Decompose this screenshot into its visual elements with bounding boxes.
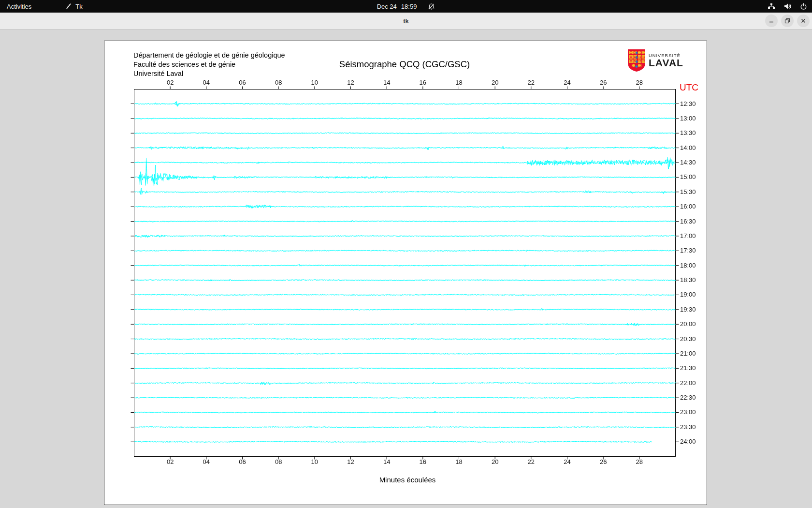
x-tick-label: 18 xyxy=(452,79,466,86)
x-tick-label: 28 xyxy=(632,79,647,86)
x-tick-label: 14 xyxy=(379,458,394,465)
utc-time-label: 19:30 xyxy=(680,306,696,313)
x-tick-label: 02 xyxy=(163,79,177,86)
utc-time-label: 23:30 xyxy=(680,423,696,431)
x-tick-label: 22 xyxy=(524,79,538,86)
maximize-button[interactable] xyxy=(781,15,794,27)
utc-time-label: 19:00 xyxy=(680,291,696,298)
plot-title: Séismographe QCQ (CGC/GSC) xyxy=(260,59,550,70)
utc-time-label: 21:00 xyxy=(680,350,696,357)
utc-time-label: 13:00 xyxy=(680,115,696,122)
utc-time-label: 22:00 xyxy=(680,379,696,387)
focused-app-label: Tk xyxy=(75,3,82,10)
x-tick-label: 14 xyxy=(379,79,394,86)
x-tick-label: 10 xyxy=(307,458,322,465)
x-tick-label: 16 xyxy=(416,79,430,86)
x-tick-label: 02 xyxy=(163,458,177,465)
bell-muted-icon[interactable] xyxy=(428,3,435,10)
activities-button[interactable]: Activities xyxy=(0,0,38,13)
gnome-top-bar: Activities Tk Dec 24 18:59 xyxy=(0,0,812,13)
seismograph-canvas: Département de géologie et de génie géol… xyxy=(104,41,707,505)
focused-app-menu[interactable]: Tk xyxy=(65,3,82,10)
x-tick-label: 24 xyxy=(560,79,575,86)
utc-time-label: 20:30 xyxy=(680,335,696,343)
utc-time-label: 24:00 xyxy=(680,438,696,445)
utc-time-label: 17:00 xyxy=(680,232,696,239)
utc-time-label: 12:30 xyxy=(680,100,696,107)
utc-time-label: 21:30 xyxy=(680,364,696,372)
utc-time-label: 16:30 xyxy=(680,218,696,225)
window-title-bar[interactable]: tk xyxy=(0,13,812,30)
x-tick-label: 18 xyxy=(452,458,466,465)
x-tick-label: 28 xyxy=(632,458,647,465)
tk-feather-icon xyxy=(65,3,72,10)
x-tick-label: 04 xyxy=(199,79,214,86)
utc-time-label: 23:00 xyxy=(680,408,696,416)
x-tick-label: 12 xyxy=(344,79,358,86)
utc-time-label: 17:30 xyxy=(680,247,696,254)
power-icon xyxy=(800,3,807,10)
clock-date[interactable]: Dec 24 xyxy=(377,3,397,10)
universite-laval-logo: UNIVERSITÉ LAVAL xyxy=(627,49,683,74)
utc-time-label: 18:30 xyxy=(680,276,696,284)
network-icon xyxy=(768,2,775,10)
x-tick-label: 08 xyxy=(271,458,286,465)
close-icon[interactable] xyxy=(797,15,810,27)
seismogram-traces xyxy=(104,41,707,505)
clock-time[interactable]: 18:59 xyxy=(401,3,417,10)
x-tick-label: 06 xyxy=(235,458,250,465)
system-tray[interactable] xyxy=(768,0,807,13)
x-tick-label: 26 xyxy=(596,79,610,86)
x-tick-label: 24 xyxy=(560,458,575,465)
x-axis-title: Minutes écoulées xyxy=(262,476,552,484)
logo-laval-text: LAVAL xyxy=(649,58,683,68)
x-tick-label: 26 xyxy=(596,458,610,465)
header-line-3: Université Laval xyxy=(133,69,285,78)
utc-time-label: 22:30 xyxy=(680,394,696,401)
laval-shield-icon xyxy=(627,49,646,74)
x-tick-label: 12 xyxy=(344,458,358,465)
x-tick-label: 08 xyxy=(271,79,286,86)
x-tick-label: 04 xyxy=(199,458,214,465)
x-tick-label: 20 xyxy=(488,458,502,465)
utc-axis-label: UTC xyxy=(680,82,698,93)
volume-icon xyxy=(783,2,792,10)
utc-time-label: 18:00 xyxy=(680,262,696,269)
utc-time-label: 15:30 xyxy=(680,188,696,195)
utc-time-label: 16:00 xyxy=(680,203,696,210)
x-tick-label: 16 xyxy=(416,458,430,465)
utc-time-label: 15:00 xyxy=(680,173,696,180)
window-title: tk xyxy=(0,13,812,29)
x-tick-label: 06 xyxy=(235,79,250,86)
utc-time-label: 14:30 xyxy=(680,159,696,166)
x-tick-label: 22 xyxy=(524,458,538,465)
utc-time-label: 14:00 xyxy=(680,144,696,151)
x-tick-label: 10 xyxy=(307,79,322,86)
utc-time-label: 20:00 xyxy=(680,320,696,328)
x-tick-label: 20 xyxy=(488,79,502,86)
utc-time-label: 13:30 xyxy=(680,129,696,136)
minimize-button[interactable] xyxy=(765,15,778,27)
